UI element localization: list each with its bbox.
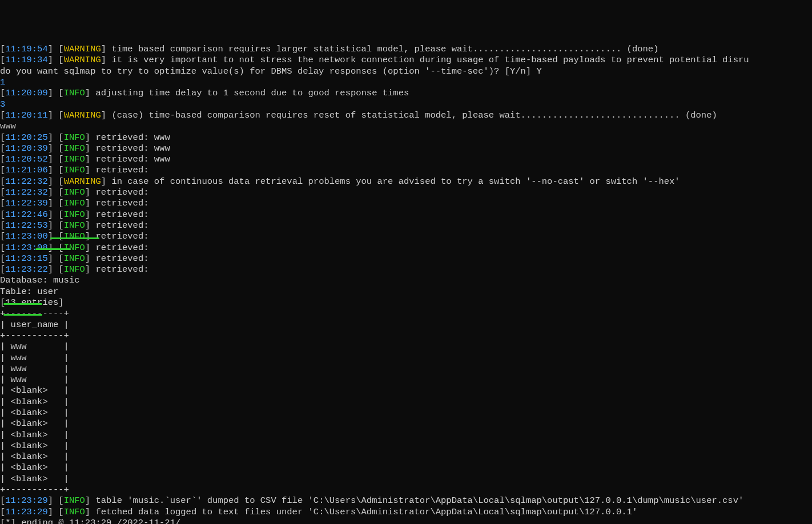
- log-message: retrieved:: [95, 243, 148, 253]
- log-level: INFO: [64, 507, 85, 517]
- table-row: | <blank> |: [0, 408, 812, 418]
- table-header: | user_name |: [0, 320, 812, 330]
- log-message: it is very important to not stress the n…: [111, 55, 749, 65]
- log-message: retrieved:: [95, 165, 148, 175]
- log-line: [11:23:15] [INFO] retrieved:: [0, 253, 812, 264]
- log-line: [11:22:46] [INFO] retrieved:: [0, 209, 812, 220]
- timestamp: 11:23:22: [5, 264, 47, 275]
- table-name: user: [37, 287, 58, 297]
- retrieved-count: 3: [0, 99, 5, 110]
- table-separator: +-----------+: [0, 308, 812, 319]
- table-row: | <blank> |: [0, 430, 812, 441]
- log-message: adjusting time delay to 1 second due to …: [95, 88, 409, 98]
- log-level: WARNING: [64, 110, 101, 120]
- table-row: | www |: [0, 364, 812, 374]
- log-line: [11:23:29] [INFO] table 'music.`user`' d…: [0, 495, 812, 506]
- timestamp: 11:20:11: [5, 110, 47, 120]
- log-level: INFO: [64, 264, 85, 275]
- log-level: INFO: [64, 495, 85, 506]
- log-level: INFO: [64, 165, 85, 175]
- log-level: INFO: [64, 88, 85, 98]
- log-message: in case of continuous data retrieval pro…: [111, 176, 680, 187]
- log-message: retrieved:: [95, 253, 148, 264]
- log-line: [11:22:32] [WARNING] in case of continuo…: [0, 176, 812, 187]
- log-line: [11:20:52] [INFO] retrieved: www: [0, 154, 812, 165]
- log-line: [11:22:32] [INFO] retrieved:: [0, 187, 812, 198]
- timestamp: 11:22:46: [5, 209, 47, 220]
- log-line: [11:22:39] [INFO] retrieved:: [0, 198, 812, 209]
- table-row: | <blank> |: [0, 441, 812, 452]
- log-message: retrieved:: [95, 220, 148, 231]
- log-message: retrieved:: [95, 231, 148, 241]
- log-message: retrieved:: [95, 187, 148, 197]
- log-message: fetched data logged to text files under …: [95, 507, 637, 517]
- log-line: [11:23:29] [INFO] fetched data logged to…: [0, 507, 812, 518]
- log-line: 3: [0, 99, 812, 110]
- timestamp: 11:23:29: [5, 495, 47, 506]
- timestamp: 11:22:32: [5, 187, 47, 197]
- log-line: [11:19:34] [WARNING] it is very importan…: [0, 55, 812, 66]
- log-message: retrieved:: [95, 264, 148, 275]
- log-level: INFO: [64, 253, 85, 264]
- log-level: INFO: [64, 209, 85, 220]
- timestamp: 11:23:15: [5, 253, 47, 264]
- log-message: (case) time-based comparison requires re…: [111, 110, 717, 120]
- log-message: time based comparison requires larger st…: [111, 44, 658, 54]
- log-line: [11:22:53] [INFO] retrieved:: [0, 220, 812, 231]
- log-level: INFO: [64, 143, 85, 154]
- log-level: WARNING: [64, 55, 101, 65]
- table-row: | <blank> |: [0, 452, 812, 462]
- log-level: INFO: [64, 154, 85, 164]
- log-line: [11:20:11] [WARNING] (case) time-based c…: [0, 110, 812, 121]
- table-row: | <blank> |: [0, 474, 812, 485]
- log-message: retrieved: www: [95, 143, 170, 154]
- log-level: INFO: [64, 243, 85, 253]
- timestamp: 11:20:25: [5, 132, 47, 143]
- table-row: | <blank> |: [0, 462, 812, 473]
- timestamp: 11:22:32: [5, 176, 47, 187]
- table-row: | <blank> |: [0, 418, 812, 429]
- log-level: INFO: [64, 187, 85, 197]
- timestamp: 11:19:34: [5, 55, 47, 65]
- timestamp: 11:21:06: [5, 165, 47, 175]
- log-level: WARNING: [64, 176, 101, 187]
- log-message: retrieved:: [95, 209, 148, 220]
- log-level: INFO: [64, 198, 85, 208]
- log-line: do you want sqlmap to try to optimize va…: [0, 66, 812, 77]
- log-line: 1: [0, 77, 812, 88]
- log-level: INFO: [64, 231, 85, 241]
- log-line: [11:23:08] [INFO] retrieved:: [0, 243, 812, 253]
- log-message: retrieved: www: [95, 132, 170, 143]
- table-line: Table: user: [0, 287, 812, 297]
- log-message: table 'music.`user`' dumped to CSV file …: [95, 495, 743, 506]
- table-row: | <blank> |: [0, 385, 812, 396]
- timestamp: 11:20:39: [5, 143, 47, 154]
- log-line: [11:20:25] [INFO] retrieved: www: [0, 132, 812, 143]
- timestamp: 11:22:39: [5, 198, 47, 208]
- timestamp: 11:23:00: [5, 231, 47, 241]
- timestamp: 11:23:08: [5, 243, 47, 253]
- log-message: retrieved:: [95, 198, 148, 208]
- timestamp: 11:23:29: [5, 507, 47, 517]
- log-line: www: [0, 121, 812, 132]
- log-line: [11:23:00] [INFO] retrieved:: [0, 231, 812, 242]
- log-line: [11:20:09] [INFO] adjusting time delay t…: [0, 88, 812, 99]
- table-row: | www |: [0, 341, 812, 352]
- table-row: | <blank> |: [0, 397, 812, 408]
- table-separator: +-----------+: [0, 485, 812, 495]
- log-level: INFO: [64, 132, 85, 143]
- terminal[interactable]: [11:19:54] [WARNING] time based comparis…: [0, 44, 812, 524]
- table-row: | www |: [0, 353, 812, 364]
- ending-line: [*] ending @ 11:23:29 /2022-11-21/: [0, 518, 812, 524]
- log-line: [11:23:22] [INFO] retrieved:: [0, 264, 812, 275]
- log-line: [11:19:54] [WARNING] time based comparis…: [0, 44, 812, 55]
- table-row: | www |: [0, 374, 812, 385]
- timestamp: 11:20:52: [5, 154, 47, 164]
- timestamp: 11:19:54: [5, 44, 47, 54]
- entries-line: [13 entries]: [0, 297, 812, 308]
- log-level: WARNING: [64, 44, 101, 54]
- database-line: Database: music: [0, 275, 812, 286]
- log-message: retrieved: www: [95, 154, 170, 164]
- retrieved-count: 1: [0, 77, 5, 87]
- log-level: INFO: [64, 220, 85, 231]
